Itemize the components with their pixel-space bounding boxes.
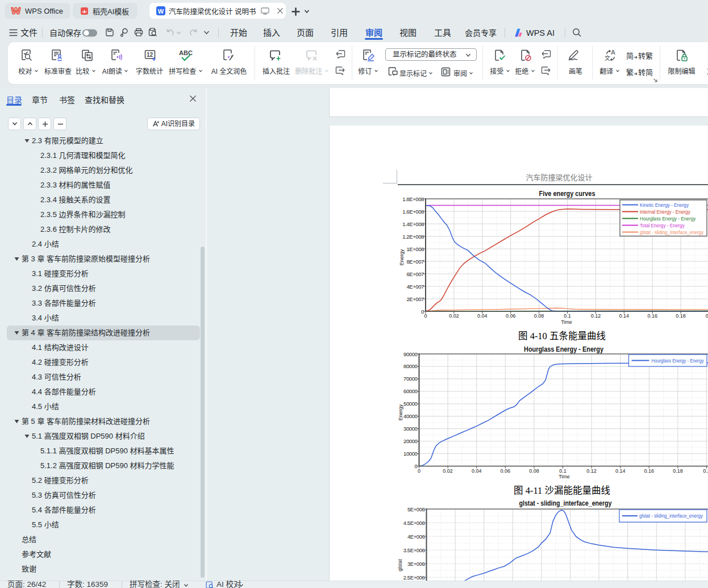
svg-text:12: 12 [147,52,153,58]
svg-text:0.18: 0.18 [673,468,683,474]
svg-text:0.14: 0.14 [619,313,630,319]
svg-text:80000: 80000 [403,363,418,369]
svg-text:Hourglass Energy - Energy: Hourglass Energy - Energy [640,216,696,222]
svg-text:glstat: glstat [398,559,403,572]
svg-text:Internal Energy - Energy: Internal Energy - Energy [640,210,691,215]
svg-text:0.08: 0.08 [534,313,544,319]
svg-text:0.02: 0.02 [449,313,459,319]
svg-text:0.04: 0.04 [472,468,482,474]
svg-text:0: 0 [418,468,420,474]
svg-text:A: A [611,49,615,56]
svg-text:40000: 40000 [403,413,418,419]
svg-text:6E+007: 6E+007 [406,271,424,277]
svg-text:Time: Time [559,474,570,479]
svg-text:Energy: Energy [398,404,403,420]
svg-text:1.8E+008: 1.8E+008 [402,196,424,202]
svg-text:2.5E+006: 2.5E+006 [403,574,425,581]
svg-text:0.12: 0.12 [586,468,597,474]
svg-text:Time: Time [561,319,572,325]
svg-text:Total Energy - Energy: Total Energy - Energy [640,223,685,228]
svg-text:0.14: 0.14 [615,468,626,474]
svg-text:0.02: 0.02 [443,468,453,474]
svg-text:文: 文 [605,55,610,61]
svg-text:0.06: 0.06 [501,468,511,474]
svg-text:0.12: 0.12 [591,313,601,319]
svg-text:1.4E+008: 1.4E+008 [402,221,424,227]
svg-text:0.1: 0.1 [559,468,567,474]
svg-text:2E+007: 2E+007 [406,296,424,302]
svg-text:Hourglass Energy - Energy: Hourglass Energy - Energy [652,358,705,364]
svg-text:Energy: Energy [399,249,405,265]
svg-text:4.5E+006: 4.5E+006 [403,520,425,526]
svg-text:1.6E+008: 1.6E+008 [402,208,424,215]
svg-text:Hourglass Energy - Energy: Hourglass Energy - Energy [524,345,603,353]
svg-text:W: W [158,8,164,15]
svg-text:1E+008: 1E+008 [406,246,424,252]
svg-text:60000: 60000 [403,388,418,394]
svg-text:30000: 30000 [403,426,418,432]
svg-text:5E+006: 5E+006 [407,506,425,512]
svg-text:10000: 10000 [403,451,418,457]
svg-text:0.04: 0.04 [477,313,488,319]
svg-text:glstat - sliding_interface_ene: glstat - sliding_interface_energy [519,499,612,507]
svg-text:3E+006: 3E+006 [407,561,425,567]
svg-text:3.5E+006: 3.5E+006 [403,547,425,553]
svg-text:Five energy curves: Five energy curves [539,190,595,198]
svg-text:8E+007: 8E+007 [406,258,424,265]
svg-text:glstat - sliding_interface_ene: glstat - sliding_interface_energy [639,514,703,519]
svg-text:4E+007: 4E+007 [406,283,424,290]
svg-text:0.18: 0.18 [676,313,686,319]
svg-text:0: 0 [424,313,427,319]
svg-text:70000: 70000 [403,376,418,382]
svg-text:0.08: 0.08 [529,468,539,474]
svg-text:1.2E+008: 1.2E+008 [402,233,424,240]
svg-text:0.2: 0.2 [703,468,708,474]
svg-text:4E+006: 4E+006 [407,533,425,540]
svg-text:Kinetic Energy - Energy: Kinetic Energy - Energy [640,203,689,208]
svg-text:0.2: 0.2 [706,313,708,319]
svg-text:0.16: 0.16 [647,313,657,319]
svg-text:0.06: 0.06 [506,313,516,319]
svg-text:90000: 90000 [403,351,418,357]
svg-text:glstat - sliding_interface_ene: glstat - sliding_interface_energy [640,230,704,235]
svg-text:50000: 50000 [403,401,418,407]
svg-text:0.16: 0.16 [644,468,655,474]
svg-text:20000: 20000 [403,438,418,444]
svg-text:0.1: 0.1 [564,313,571,319]
